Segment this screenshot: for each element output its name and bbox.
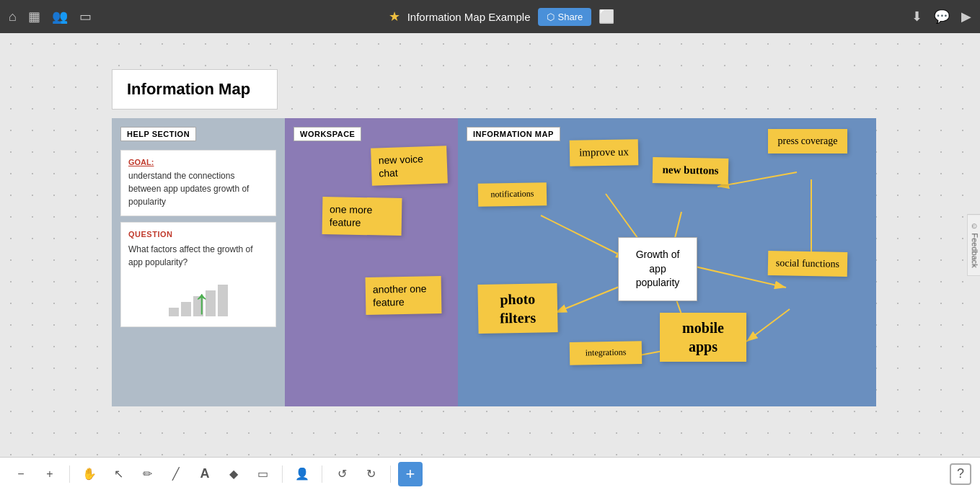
feedback-tab[interactable]: ☺ Feedback <box>967 214 980 276</box>
goal-text: understand the connections between app u… <box>128 169 268 208</box>
chart-bar-1 <box>169 308 179 316</box>
redo-button[interactable]: ↻ <box>358 462 383 486</box>
infomap-panel: INFORMATION MAP <box>458 118 876 406</box>
workspace-panel-label: WORKSPACE <box>293 127 361 141</box>
sticky-new-voice-chat[interactable]: new voice chat <box>371 146 448 186</box>
infomap-panel-label: INFORMATION MAP <box>467 127 560 141</box>
zoom-out-button[interactable]: − <box>9 462 33 486</box>
question-label: QUESTION <box>128 230 268 239</box>
undo-button[interactable]: ↺ <box>330 462 354 486</box>
bottombar: − + ✋ ↖ ✏ ╱ A ◆ ▭ 👤 ↺ ↻ + ? <box>0 457 980 490</box>
topbar-right: ⬇ 💬 ▶ <box>911 9 971 24</box>
sticky-new-buttons[interactable]: new buttons <box>653 157 729 184</box>
add-user-button[interactable]: 👤 <box>290 462 314 486</box>
feedback-smiley-icon: ☺ <box>971 222 979 230</box>
question-box: QUESTION What factors affect the growth … <box>120 222 276 327</box>
topbar-center: ★ Information Map Example ⬡ Share ⬜ <box>103 8 900 26</box>
present-icon[interactable]: ⬜ <box>599 9 614 24</box>
growth-box: Growth of app popularity <box>618 237 697 301</box>
trend-arrow-icon: ↑ <box>193 285 211 319</box>
chart-bar-5 <box>218 285 228 316</box>
comment-icon[interactable]: 💬 <box>934 9 950 24</box>
bottombar-right: ? <box>950 463 971 485</box>
canvas-area[interactable]: Information Map HELP SECTION GOAL: under… <box>0 33 980 457</box>
sticky-integrations[interactable]: integrations <box>570 341 643 365</box>
svg-line-2 <box>541 215 627 259</box>
topbar: ⌂ ▦ 👥 ▭ ★ Information Map Example ⬡ Shar… <box>0 0 980 33</box>
users-icon[interactable]: 👥 <box>52 9 68 24</box>
page-title: Information Map Example <box>407 11 531 23</box>
help-panel-label: HELP SECTION <box>120 127 196 141</box>
help-panel: HELP SECTION GOAL: understand the connec… <box>112 118 285 406</box>
sticky-photo-filters[interactable]: photo filters <box>477 283 557 334</box>
home-icon[interactable]: ⌂ <box>9 9 17 24</box>
separator-4 <box>390 466 391 483</box>
star-icon[interactable]: ★ <box>389 9 400 24</box>
screen-icon[interactable]: ▭ <box>79 9 92 24</box>
question-text: What factors affect the growth of app po… <box>128 243 268 269</box>
canvas-content: Information Map HELP SECTION GOAL: under… <box>112 69 876 406</box>
map-title: Information Map <box>112 69 278 110</box>
svg-line-10 <box>746 309 790 342</box>
growth-text: Growth of app popularity <box>636 249 680 288</box>
workspace-panel: WORKSPACE new voice chat one more featur… <box>285 118 458 406</box>
pen-tool-button[interactable]: ✏ <box>135 462 159 486</box>
sticky-mobile-apps[interactable]: mobile apps <box>660 313 746 362</box>
zoom-in-button[interactable]: + <box>37 462 62 486</box>
goal-label: GOAL: <box>128 158 268 166</box>
chart-area: ↑ <box>128 276 268 319</box>
panels-icon[interactable]: ▦ <box>28 9 40 24</box>
sticky-notifications[interactable]: notifications <box>478 182 547 206</box>
select-tool-button[interactable]: ↖ <box>106 462 131 486</box>
share-button[interactable]: ⬡ Share <box>538 8 592 26</box>
sticky-another-one-feature[interactable]: another one feature <box>366 276 442 315</box>
text-tool-button[interactable]: A <box>193 462 217 486</box>
sticky-one-more-feature[interactable]: one more feature <box>322 197 402 236</box>
video-icon[interactable]: ▶ <box>961 9 971 24</box>
panels-container: HELP SECTION GOAL: understand the connec… <box>112 118 876 406</box>
sticky-improve-ux[interactable]: improve ux <box>570 139 639 166</box>
sticky-press-coverage[interactable]: press coverage <box>768 129 847 153</box>
add-button[interactable]: + <box>398 462 423 486</box>
chart-bar-2 <box>181 302 191 316</box>
separator-3 <box>322 466 322 483</box>
separator-2 <box>282 466 283 483</box>
svg-line-4 <box>718 172 797 187</box>
download-icon[interactable]: ⬇ <box>911 9 922 24</box>
separator-1 <box>69 466 70 483</box>
sticky-note-button[interactable]: ▭ <box>250 462 275 486</box>
shape-tool-button[interactable]: ◆ <box>221 462 246 486</box>
pan-tool-button[interactable]: ✋ <box>77 462 102 486</box>
share-icon: ⬡ <box>547 12 555 22</box>
sticky-social-functions[interactable]: social functions <box>768 251 848 277</box>
line-tool-button[interactable]: ╱ <box>164 462 188 486</box>
feedback-label: Feedback <box>971 233 979 267</box>
help-button[interactable]: ? <box>950 463 971 485</box>
goal-box: GOAL: understand the connections between… <box>120 150 276 216</box>
